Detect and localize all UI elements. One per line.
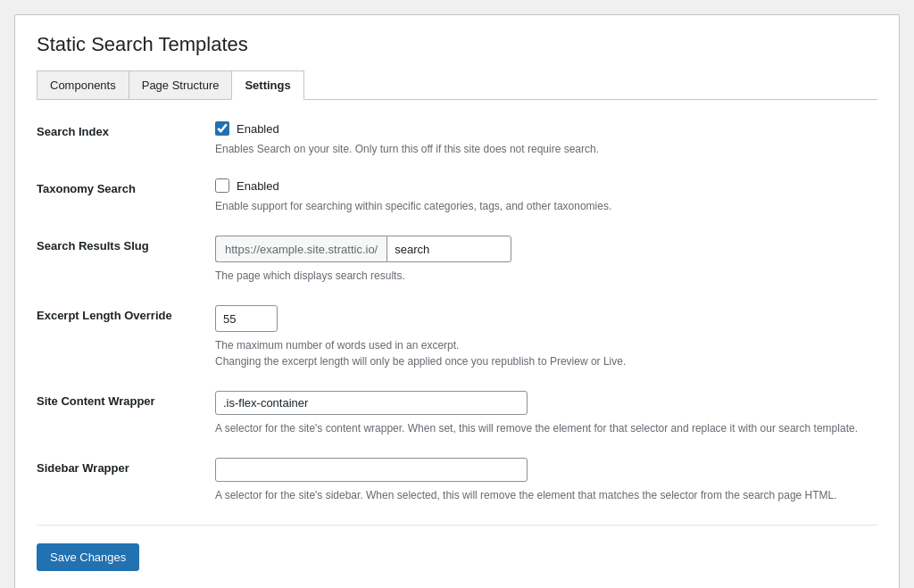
- settings-content: Search Index Enabled Enables Search on y…: [37, 100, 877, 571]
- excerpt-length-control: The maximum number of words used in an e…: [215, 305, 877, 369]
- site-content-wrapper-label: Site Content Wrapper: [37, 391, 215, 408]
- setting-search-results-slug: Search Results Slug https://example.site…: [37, 236, 877, 284]
- sidebar-wrapper-control: A selector for the site's sidebar. When …: [215, 458, 877, 503]
- setting-taxonomy-search: Taxonomy Search Enabled Enable support f…: [37, 178, 877, 214]
- site-content-wrapper-description: A selector for the site's content wrappe…: [215, 420, 877, 436]
- slug-input[interactable]: [386, 236, 511, 262]
- search-results-slug-description: The page which displays search results.: [215, 268, 877, 284]
- slug-row: https://example.site.strattic.io/: [215, 236, 877, 262]
- excerpt-length-input[interactable]: [215, 305, 278, 332]
- taxonomy-search-checkbox-row: Enabled: [215, 178, 877, 193]
- slug-base: https://example.site.strattic.io/: [215, 236, 386, 262]
- tab-page-structure[interactable]: Page Structure: [129, 70, 233, 99]
- search-index-control: Enabled Enables Search on your site. Onl…: [215, 121, 877, 157]
- taxonomy-search-checkbox[interactable]: [215, 178, 229, 193]
- tab-bar: Components Page Structure Settings: [37, 70, 877, 100]
- taxonomy-search-label: Taxonomy Search: [37, 178, 215, 195]
- page-wrapper: Static Search Templates Components Page …: [14, 14, 900, 588]
- tab-components[interactable]: Components: [37, 70, 129, 99]
- search-results-slug-label: Search Results Slug: [37, 236, 215, 253]
- setting-site-content-wrapper: Site Content Wrapper A selector for the …: [37, 391, 877, 436]
- divider: [37, 525, 877, 526]
- search-index-checkbox-row: Enabled: [215, 121, 877, 136]
- page-title: Static Search Templates: [37, 33, 877, 56]
- taxonomy-search-checkbox-label[interactable]: Enabled: [237, 179, 279, 193]
- search-index-label: Search Index: [37, 121, 215, 138]
- excerpt-length-description: The maximum number of words used in an e…: [215, 337, 877, 369]
- save-changes-button[interactable]: Save Changes: [37, 543, 139, 571]
- setting-search-index: Search Index Enabled Enables Search on y…: [37, 121, 877, 157]
- sidebar-wrapper-description: A selector for the site's sidebar. When …: [215, 487, 877, 503]
- setting-sidebar-wrapper: Sidebar Wrapper A selector for the site'…: [37, 458, 877, 503]
- setting-excerpt-length: Excerpt Length Override The maximum numb…: [37, 305, 877, 369]
- sidebar-wrapper-label: Sidebar Wrapper: [37, 458, 215, 475]
- search-results-slug-control: https://example.site.strattic.io/ The pa…: [215, 236, 877, 284]
- taxonomy-search-description: Enable support for searching within spec…: [215, 198, 877, 214]
- site-content-wrapper-input[interactable]: [215, 391, 528, 415]
- search-index-checkbox-label[interactable]: Enabled: [237, 122, 279, 136]
- sidebar-wrapper-input[interactable]: [215, 458, 528, 482]
- search-index-checkbox[interactable]: [215, 121, 229, 136]
- excerpt-length-label: Excerpt Length Override: [37, 305, 215, 322]
- site-content-wrapper-control: A selector for the site's content wrappe…: [215, 391, 877, 436]
- search-index-description: Enables Search on your site. Only turn t…: [215, 141, 877, 157]
- taxonomy-search-control: Enabled Enable support for searching wit…: [215, 178, 877, 214]
- tab-settings[interactable]: Settings: [231, 70, 303, 100]
